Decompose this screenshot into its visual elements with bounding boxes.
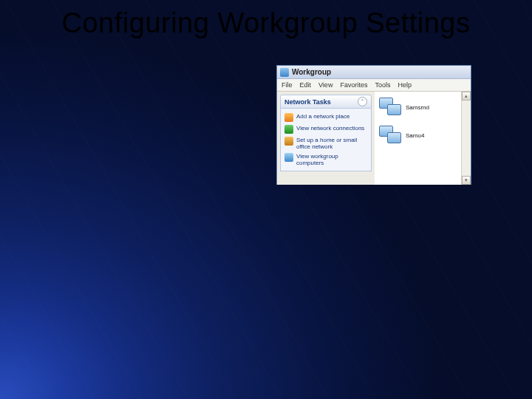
scroll-down-button[interactable]: ▾ xyxy=(462,176,471,185)
menu-favorites[interactable]: Favorites xyxy=(340,81,367,89)
system-icon xyxy=(280,68,289,77)
task-pane-header[interactable]: Network Tasks ˆ xyxy=(280,95,372,109)
scroll-up-button[interactable]: ▴ xyxy=(462,92,471,100)
slide-title: Configuring Workgroup Settings xyxy=(0,7,532,39)
computer-icon xyxy=(379,98,401,117)
computer-item[interactable]: Samo4 xyxy=(379,126,466,145)
folder-add-icon xyxy=(284,113,293,122)
menu-bar: File Edit View Favorites Tools Help xyxy=(277,79,471,92)
task-view-workgroup[interactable]: View workgroup computers xyxy=(284,151,368,168)
menu-help[interactable]: Help xyxy=(398,81,412,89)
task-view-connections[interactable]: View network connections xyxy=(284,123,368,135)
home-network-icon xyxy=(284,137,293,146)
task-label: View network connections xyxy=(296,125,364,132)
computer-label: Samsrnd xyxy=(406,104,429,111)
menu-tools[interactable]: Tools xyxy=(375,81,390,89)
window-titlebar[interactable]: Workgroup xyxy=(277,66,471,79)
menu-file[interactable]: File xyxy=(282,81,293,89)
task-pane-body: Add a network place View network connect… xyxy=(280,109,372,171)
collapse-icon[interactable]: ˆ xyxy=(358,97,367,106)
task-setup-network[interactable]: Set up a home or small office network xyxy=(284,135,368,151)
window-body: Network Tasks ˆ Add a network place View… xyxy=(277,92,471,185)
workgroup-window: Workgroup File Edit View Favorites Tools… xyxy=(276,65,471,185)
task-label: Set up a home or small office network xyxy=(296,137,367,150)
computer-icon xyxy=(379,126,401,145)
globe-icon xyxy=(284,125,293,134)
computer-label: Samo4 xyxy=(406,132,424,139)
task-pane: Network Tasks ˆ Add a network place View… xyxy=(277,92,375,185)
window-title: Workgroup xyxy=(292,68,331,76)
task-add-network-place[interactable]: Add a network place xyxy=(284,112,368,123)
task-label: View workgroup computers xyxy=(296,153,367,166)
menu-edit[interactable]: Edit xyxy=(300,81,312,89)
task-pane-title: Network Tasks xyxy=(284,98,331,106)
menu-view[interactable]: View xyxy=(318,81,332,89)
vertical-scrollbar[interactable]: ▴ ▾ xyxy=(461,92,471,185)
content-pane: Samsrnd Samo4 ▴ ▾ xyxy=(375,92,471,185)
computers-icon xyxy=(284,153,293,162)
task-label: Add a network place xyxy=(296,113,350,120)
computer-item[interactable]: Samsrnd xyxy=(379,98,466,117)
slide-background: Configuring Workgroup Settings Workgroup… xyxy=(0,0,532,399)
